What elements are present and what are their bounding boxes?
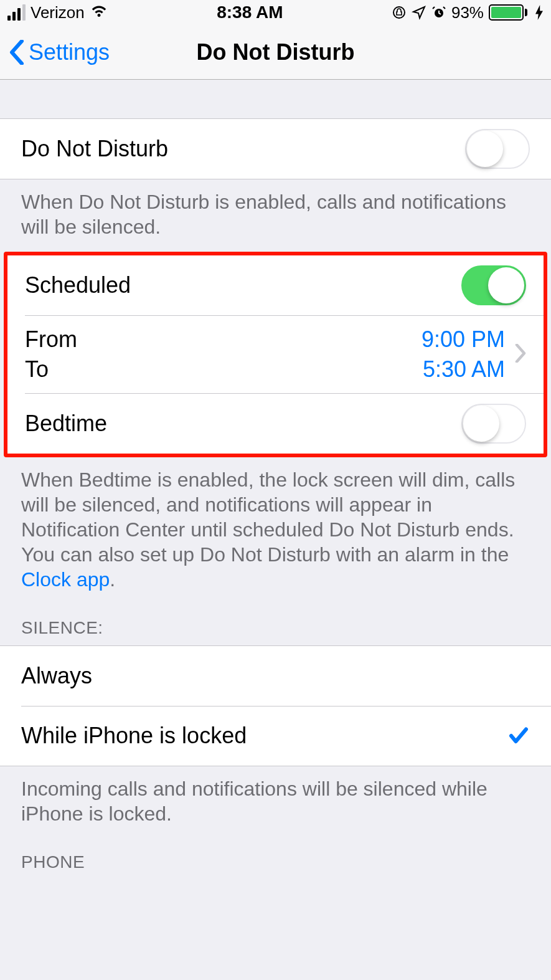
scheduled-row[interactable]: Scheduled (7, 255, 544, 315)
bedtime-label: Bedtime (25, 411, 107, 437)
to-value: 5:30 AM (421, 356, 505, 383)
silence-option-locked[interactable]: While iPhone is locked (0, 706, 551, 766)
nav-bar: Settings Do Not Disturb (0, 25, 551, 80)
silence-footer: Incoming calls and notifications will be… (0, 766, 551, 826)
charging-icon (532, 5, 544, 20)
location-icon (412, 5, 426, 20)
scheduled-label: Scheduled (25, 272, 131, 298)
cellular-signal-icon (7, 4, 26, 21)
scheduled-highlight-box: Scheduled From To 9:00 PM 5:30 AM Bedtim… (4, 252, 547, 457)
carrier-label: Verizon (31, 3, 85, 22)
chevron-right-icon (515, 344, 526, 365)
from-value: 9:00 PM (421, 326, 505, 353)
status-bar: Verizon 8:38 AM 93% (0, 0, 551, 25)
scheduled-time-row[interactable]: From To 9:00 PM 5:30 AM (7, 315, 544, 394)
dnd-row[interactable]: Do Not Disturb (0, 119, 551, 179)
silence-always-label: Always (21, 663, 92, 689)
checkmark-icon (507, 725, 530, 747)
clock-app-link[interactable]: Clock app (21, 568, 110, 591)
alarm-icon (431, 5, 446, 20)
to-label: To (25, 356, 77, 383)
bedtime-row[interactable]: Bedtime (7, 394, 544, 454)
back-button[interactable]: Settings (0, 39, 110, 65)
silence-header: SILENCE: (0, 592, 551, 645)
bedtime-footer: When Bedtime is enabled, the lock screen… (0, 457, 551, 592)
wifi-icon (90, 1, 108, 24)
orientation-lock-icon (392, 5, 407, 20)
from-label: From (25, 326, 77, 353)
bedtime-switch[interactable] (461, 404, 526, 444)
dnd-label: Do Not Disturb (21, 136, 168, 162)
bedtime-footer-text: When Bedtime is enabled, the lock screen… (21, 469, 515, 566)
battery-percent: 93% (451, 3, 484, 22)
clock-time: 8:38 AM (217, 2, 283, 22)
scheduled-switch[interactable] (461, 265, 526, 305)
dnd-switch[interactable] (465, 129, 530, 169)
dnd-footer: When Do Not Disturb is enabled, calls an… (0, 179, 551, 239)
silence-option-always[interactable]: Always (0, 646, 551, 706)
phone-header: PHONE (0, 826, 551, 880)
silence-locked-label: While iPhone is locked (21, 723, 247, 749)
back-label: Settings (29, 39, 110, 65)
chevron-left-icon (9, 40, 25, 65)
battery-icon (489, 4, 527, 21)
bedtime-footer-post: . (110, 568, 115, 591)
